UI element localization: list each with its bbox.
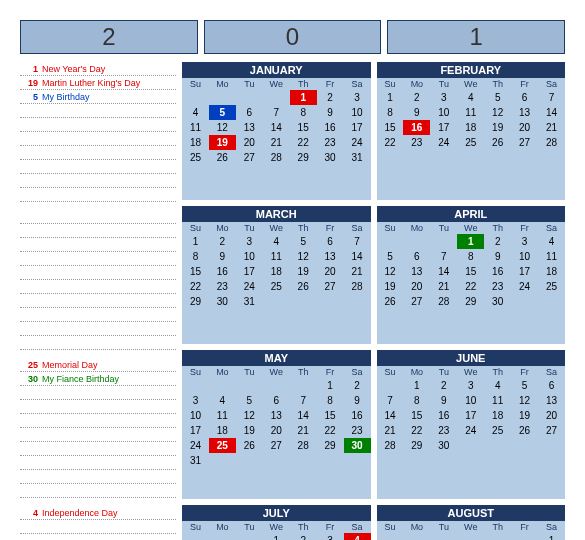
day-cell [263,294,290,309]
day-cell: 31 [344,150,371,165]
week-row: 10111213141516 [182,408,371,423]
dow-label: Mo [209,366,236,378]
event-label: My Birthday [42,92,90,102]
dow-label: Tu [430,78,457,90]
day-cell [457,533,484,540]
day-cell: 16 [430,408,457,423]
dow-label: Su [182,78,209,90]
day-cell [430,309,457,313]
day-cell: 25 [538,279,565,294]
day-cell: 5 [484,90,511,105]
day-cell [377,533,404,540]
event-line [20,322,176,336]
month-title: JULY [182,505,371,521]
day-cell: 6 [236,105,263,120]
day-cell: 30 [430,438,457,453]
dow-label: Th [290,521,317,533]
day-cell: 23 [317,135,344,150]
dow-label: Th [484,222,511,234]
day-cell: 10 [344,105,371,120]
dow-label: Sa [344,521,371,533]
day-cell: 16 [344,408,371,423]
day-cell: 17 [511,264,538,279]
day-cell: 18 [209,423,236,438]
day-cell: 3 [182,393,209,408]
day-cell: 21 [263,135,290,150]
week-row: 11121314151617 [182,120,371,135]
day-cell: 28 [344,279,371,294]
week-row: 24252627282930 [182,438,371,453]
event-line: 30My Fiance Birthday [20,372,176,386]
dow-label: We [263,521,290,533]
day-cell: 12 [209,120,236,135]
event-line [20,386,176,400]
month: APRILSuMoTuWeThFrSa123456789101112131415… [377,206,566,344]
day-cell: 11 [484,393,511,408]
dow-label: We [457,222,484,234]
week-row: 15161718192021 [377,120,566,135]
dow-row: SuMoTuWeThFrSa [182,521,371,533]
day-cell: 1 [538,533,565,540]
day-cell [403,309,430,313]
day-cell: 8 [377,105,404,120]
month: JUNESuMoTuWeThFrSa1234567891011121314151… [377,350,566,499]
day-cell [377,154,404,158]
day-cell: 4 [457,90,484,105]
day-cell: 21 [377,423,404,438]
day-cell: 1 [457,234,484,249]
event-line [20,132,176,146]
day-cell: 22 [457,279,484,294]
week-row [182,309,371,313]
week-row: 31 [182,453,371,468]
day-cell: 29 [317,438,344,453]
day-cell [511,533,538,540]
week-row: 123 [182,90,371,105]
dow-label: We [263,78,290,90]
day-cell: 13 [538,393,565,408]
day-cell: 26 [511,423,538,438]
day-cell [344,309,371,313]
day-cell [538,294,565,309]
calendar-grid: JANUARYSuMoTuWeThFrSa1234567891011121314… [182,62,565,540]
week-row: 78910111213 [377,393,566,408]
event-label: Martin Luther King's Day [42,78,140,88]
day-cell: 15 [182,264,209,279]
dow-label: Mo [403,78,430,90]
day-cell: 27 [236,150,263,165]
day-cell [317,294,344,309]
day-cell [538,438,565,453]
dow-label: We [263,366,290,378]
event-line [20,336,176,350]
day-cell [484,533,511,540]
day-cell: 16 [317,120,344,135]
day-cell: 27 [511,135,538,150]
dow-label: Mo [209,222,236,234]
event-day: 30 [20,374,38,384]
day-cell [511,453,538,457]
day-cell [182,533,209,540]
day-cell [236,533,263,540]
day-cell: 1 [317,378,344,393]
dow-label: We [457,78,484,90]
day-cell: 20 [236,135,263,150]
day-cell: 25 [263,279,290,294]
day-cell: 22 [182,279,209,294]
event-line [20,174,176,188]
dow-row: SuMoTuWeThFrSa [182,222,371,234]
day-cell: 21 [538,120,565,135]
month-title: AUGUST [377,505,566,521]
day-cell: 3 [430,90,457,105]
day-cell: 27 [538,423,565,438]
day-cell: 6 [511,90,538,105]
week-row: 1234 [377,234,566,249]
dow-label: Su [377,222,404,234]
week-row: 3456789 [182,393,371,408]
event-line [20,266,176,280]
day-cell [290,378,317,393]
week-row: 1 [377,533,566,540]
event-line: 5My Birthday [20,90,176,104]
day-cell: 2 [403,90,430,105]
day-cell: 4 [182,105,209,120]
day-cell [511,438,538,453]
day-cell [538,453,565,457]
